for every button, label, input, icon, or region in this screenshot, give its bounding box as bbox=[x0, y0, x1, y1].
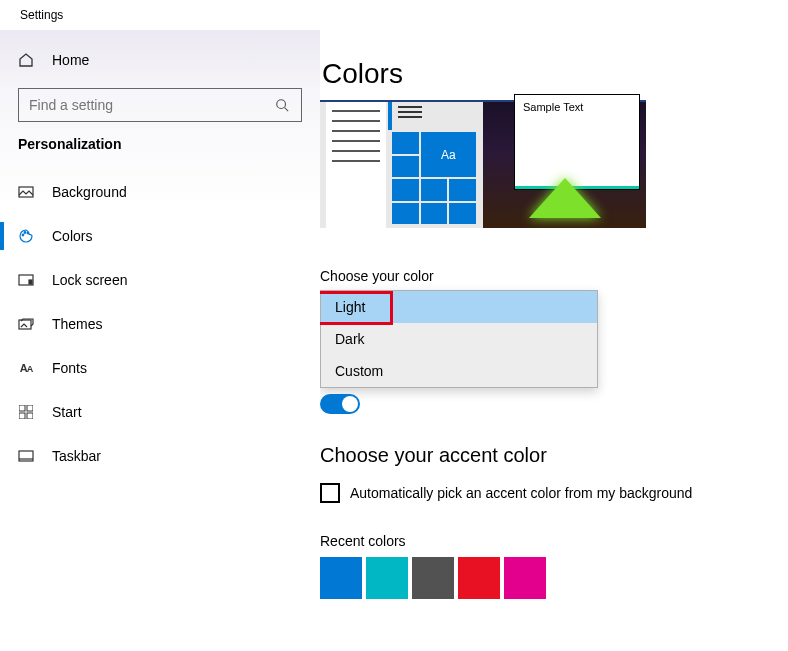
dropdown-option-dark[interactable]: Dark bbox=[321, 323, 597, 355]
preview-tile-aa: Aa bbox=[421, 132, 476, 177]
sidebar: Home Personalization Background Colors bbox=[0, 30, 320, 651]
svg-point-2 bbox=[22, 234, 24, 236]
preview-row: Aa Sample Text bbox=[320, 100, 788, 228]
sidebar-section-title: Personalization bbox=[0, 136, 320, 170]
choose-color-label: Choose your color bbox=[320, 268, 788, 284]
search-icon bbox=[275, 98, 291, 112]
page-title: Colors bbox=[320, 58, 788, 90]
sidebar-item-label: Colors bbox=[52, 228, 92, 244]
dropdown-option-custom[interactable]: Custom bbox=[321, 355, 597, 387]
sidebar-item-start[interactable]: Start bbox=[0, 390, 320, 434]
sidebar-item-label: Fonts bbox=[52, 360, 87, 376]
transparency-toggle[interactable] bbox=[320, 394, 360, 414]
color-swatch[interactable] bbox=[412, 557, 454, 599]
dropdown-option-light[interactable]: Light bbox=[321, 291, 597, 323]
sidebar-item-label: Start bbox=[52, 404, 82, 420]
sidebar-item-label: Lock screen bbox=[52, 272, 127, 288]
sidebar-item-themes[interactable]: Themes bbox=[0, 302, 320, 346]
preview-popup: Sample Text bbox=[514, 94, 640, 190]
preview-light[interactable]: Aa bbox=[320, 100, 483, 228]
color-swatch[interactable] bbox=[366, 557, 408, 599]
checkbox-icon[interactable] bbox=[320, 483, 340, 503]
svg-point-3 bbox=[24, 232, 26, 234]
recent-colors-label: Recent colors bbox=[320, 533, 788, 549]
sidebar-item-label: Background bbox=[52, 184, 127, 200]
sidebar-item-label: Taskbar bbox=[52, 448, 101, 464]
sidebar-item-taskbar[interactable]: Taskbar bbox=[0, 434, 320, 478]
sidebar-item-fonts[interactable]: AA Fonts bbox=[0, 346, 320, 390]
recent-colors-row bbox=[320, 557, 788, 599]
nav-home-label: Home bbox=[52, 52, 89, 68]
main-panel: Colors Aa Sample Text bbox=[320, 30, 788, 651]
taskbar-icon bbox=[18, 448, 34, 464]
search-input-container[interactable] bbox=[18, 88, 302, 122]
accent-heading: Choose your accent color bbox=[320, 444, 788, 467]
lockscreen-icon bbox=[18, 272, 34, 288]
themes-icon bbox=[18, 316, 34, 332]
sidebar-item-background[interactable]: Background bbox=[0, 170, 320, 214]
palette-icon bbox=[18, 228, 34, 244]
svg-rect-6 bbox=[29, 280, 32, 284]
window-title: Settings bbox=[0, 0, 788, 30]
svg-point-4 bbox=[27, 232, 29, 234]
svg-rect-10 bbox=[19, 413, 25, 419]
svg-rect-1 bbox=[19, 187, 33, 197]
color-swatch[interactable] bbox=[504, 557, 546, 599]
sidebar-item-colors[interactable]: Colors bbox=[0, 214, 320, 258]
svg-rect-11 bbox=[27, 413, 33, 419]
image-icon bbox=[18, 184, 34, 200]
preview-sample-text: Sample Text bbox=[515, 95, 639, 119]
color-mode-dropdown[interactable]: Light Dark Custom bbox=[320, 290, 598, 388]
sidebar-item-label: Themes bbox=[52, 316, 103, 332]
fonts-icon: AA bbox=[18, 362, 34, 374]
auto-pick-checkbox-row[interactable]: Automatically pick an accent color from … bbox=[320, 483, 788, 503]
nav-home[interactable]: Home bbox=[0, 40, 320, 80]
svg-point-0 bbox=[277, 100, 286, 109]
preview-dark[interactable]: Sample Text bbox=[483, 100, 646, 228]
start-icon bbox=[18, 405, 34, 419]
home-icon bbox=[18, 52, 34, 68]
svg-rect-9 bbox=[27, 405, 33, 411]
search-input[interactable] bbox=[29, 97, 275, 113]
color-swatch[interactable] bbox=[458, 557, 500, 599]
color-swatch[interactable] bbox=[320, 557, 362, 599]
sidebar-item-lockscreen[interactable]: Lock screen bbox=[0, 258, 320, 302]
svg-rect-8 bbox=[19, 405, 25, 411]
toggle-row: On bbox=[320, 394, 788, 414]
tent-graphic bbox=[529, 178, 601, 218]
auto-pick-label: Automatically pick an accent color from … bbox=[350, 485, 692, 501]
